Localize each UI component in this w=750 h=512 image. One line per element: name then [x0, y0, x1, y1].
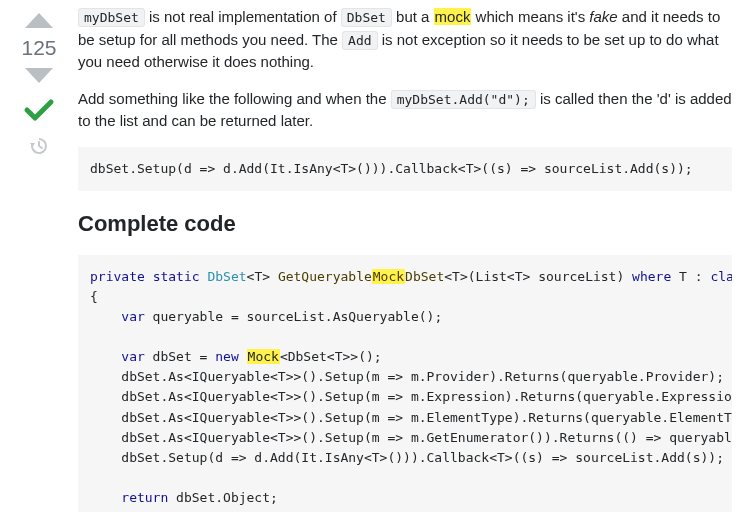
- upvote-button[interactable]: [21, 6, 57, 34]
- svg-marker-2: [30, 143, 35, 147]
- section-heading: Complete code: [78, 211, 732, 237]
- svg-marker-0: [25, 13, 53, 28]
- paragraph-2: Add something like the following and whe…: [78, 88, 732, 133]
- vote-column: 125: [12, 6, 78, 512]
- history-icon: [29, 136, 49, 156]
- inline-code: DbSet: [341, 8, 392, 27]
- svg-marker-1: [25, 68, 53, 83]
- answer-container: 125 myDbSet is not real implementation o…: [0, 0, 750, 512]
- highlight: mock: [434, 8, 472, 25]
- answer-body: myDbSet is not real implementation of Db…: [78, 6, 732, 512]
- activity-history-button[interactable]: [29, 136, 49, 156]
- code-block-setup[interactable]: dbSet.Setup(d => d.Add(It.IsAny<T>())).C…: [78, 147, 732, 191]
- check-icon: [21, 96, 57, 124]
- prose-text: myDbSet is not real implementation of Db…: [78, 6, 732, 133]
- inline-code: myDbSet.Add("d");: [391, 90, 536, 109]
- inline-code: Add: [342, 31, 377, 50]
- code-block-complete[interactable]: private static DbSet<T> GetQueryableMock…: [78, 255, 732, 512]
- downvote-icon: [21, 66, 57, 86]
- accepted-answer-check: [21, 96, 57, 124]
- downvote-button[interactable]: [21, 62, 57, 90]
- vote-score: 125: [21, 36, 56, 60]
- paragraph-1: myDbSet is not real implementation of Db…: [78, 6, 732, 74]
- upvote-icon: [21, 10, 57, 30]
- inline-code: myDbSet: [78, 8, 145, 27]
